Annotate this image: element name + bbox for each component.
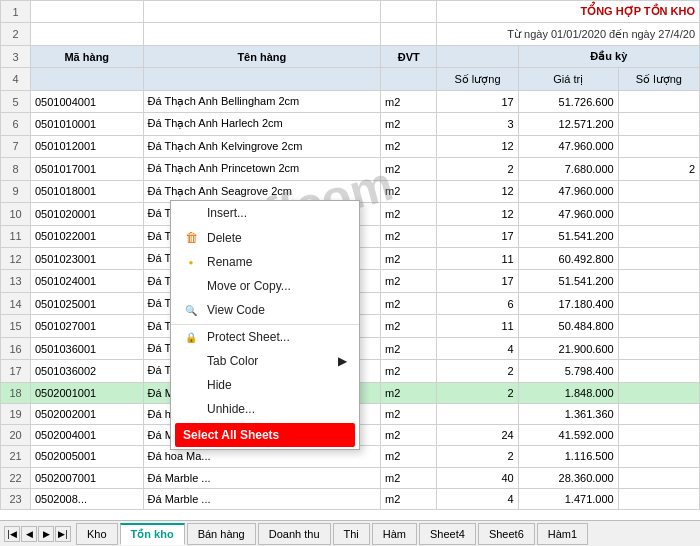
cell-e6: 12.571.200 (518, 113, 618, 135)
cell-e15: 50.484.800 (518, 315, 618, 337)
cell-d9: 12 (437, 180, 518, 202)
cell-d18: 2 (437, 382, 518, 403)
cell-c18: m2 (381, 382, 437, 403)
cell-c16: m2 (381, 337, 437, 359)
ctx-unhide-label: Unhide... (207, 402, 255, 416)
cell-f11 (618, 225, 699, 247)
sub-header-a (31, 68, 144, 90)
row-num-12: 12 (1, 247, 31, 269)
cell-a12: 0501023001 (31, 247, 144, 269)
tab-ban-hang[interactable]: Bán hàng (187, 523, 256, 545)
row-num-20: 20 (1, 425, 31, 446)
tab-ham1[interactable]: Hàm1 (537, 523, 588, 545)
sub-header-f: Số lượng (618, 68, 699, 90)
cell-c14: m2 (381, 292, 437, 314)
cell-e9: 47.960.000 (518, 180, 618, 202)
cell-f17 (618, 360, 699, 382)
row-num-16: 16 (1, 337, 31, 359)
sub-header-c (381, 68, 437, 90)
row-num-22: 22 (1, 467, 31, 488)
cell-a23: 0502008... (31, 488, 144, 509)
cell-e17: 5.798.400 (518, 360, 618, 382)
ctx-move-copy-label: Move or Copy... (207, 279, 291, 293)
ctx-insert[interactable]: Insert... (171, 201, 359, 225)
cell-f23 (618, 488, 699, 509)
cell-a22: 0502007001 (31, 467, 144, 488)
context-menu[interactable]: Insert... 🗑 Delete ● Rename Move or Copy… (170, 200, 360, 450)
tab-ton-kho[interactable]: Tồn kho (120, 523, 185, 545)
ctx-view-code-label: View Code (207, 303, 265, 317)
cell-c21: m2 (381, 446, 437, 467)
cell-a7: 0501012001 (31, 135, 144, 157)
row-num-1: 1 (1, 1, 31, 23)
tab-nav: |◀ ◀ ▶ ▶| (4, 526, 72, 542)
ctx-view-code[interactable]: 🔍 View Code (171, 298, 359, 322)
cell-f22 (618, 467, 699, 488)
cell-c9: m2 (381, 180, 437, 202)
cell-a16: 0501036001 (31, 337, 144, 359)
cell-e13: 51.541.200 (518, 270, 618, 292)
col-header-a: Mã hàng (31, 45, 144, 67)
ctx-protect-sheet[interactable]: 🔒 Protect Sheet... (171, 324, 359, 349)
cell-a14: 0501025001 (31, 292, 144, 314)
col-header-dk: Đầu kỳ (518, 45, 699, 67)
tab-sheet4[interactable]: Sheet4 (419, 523, 476, 545)
tab-kho[interactable]: Kho (76, 523, 118, 545)
cell-e19: 1.361.360 (518, 403, 618, 424)
ctx-hide-label: Hide (207, 378, 232, 392)
cell-a19: 0502002001 (31, 403, 144, 424)
ctx-tab-color-label: Tab Color (207, 354, 258, 368)
ctx-rename[interactable]: ● Rename (171, 250, 359, 274)
ctx-delete[interactable]: 🗑 Delete (171, 225, 359, 250)
tab-sheet6[interactable]: Sheet6 (478, 523, 535, 545)
cell-d19 (437, 403, 518, 424)
cell-f6 (618, 113, 699, 135)
tab-nav-prev[interactable]: ◀ (21, 526, 37, 542)
ctx-tab-color[interactable]: Tab Color ▶ (171, 349, 359, 373)
tab-bar: |◀ ◀ ▶ ▶| Kho Tồn kho Bán hàng Doanh thu… (0, 520, 700, 546)
cell-d15: 11 (437, 315, 518, 337)
tab-thi[interactable]: Thi (333, 523, 370, 545)
cell-c20: m2 (381, 425, 437, 446)
row-num-11: 11 (1, 225, 31, 247)
cell-d6: 3 (437, 113, 518, 135)
cell-c2 (381, 23, 437, 45)
tab-doanh-thu[interactable]: Doanh thu (258, 523, 331, 545)
sub-header-b (143, 68, 381, 90)
cell-f15 (618, 315, 699, 337)
row-num-14: 14 (1, 292, 31, 314)
ctx-move-copy[interactable]: Move or Copy... (171, 274, 359, 298)
row-num-23: 23 (1, 488, 31, 509)
ctx-select-all-sheets[interactable]: Select All Sheets (175, 423, 355, 447)
cell-b1 (143, 1, 381, 23)
cell-a2 (31, 23, 144, 45)
row-num-6: 6 (1, 113, 31, 135)
cell-e22: 28.360.000 (518, 467, 618, 488)
tab-nav-last[interactable]: ▶| (55, 526, 71, 542)
ctx-unhide[interactable]: Unhide... (171, 397, 359, 421)
tab-ham[interactable]: Hàm (372, 523, 417, 545)
cell-d17: 2 (437, 360, 518, 382)
cell-d22: 40 (437, 467, 518, 488)
cell-a13: 0501024001 (31, 270, 144, 292)
ctx-delete-label: Delete (207, 231, 242, 245)
cell-a11: 0501022001 (31, 225, 144, 247)
cell-d10: 12 (437, 203, 518, 225)
cell-f12 (618, 247, 699, 269)
cell-c22: m2 (381, 467, 437, 488)
cell-d7: 12 (437, 135, 518, 157)
cell-f20 (618, 425, 699, 446)
tab-nav-next[interactable]: ▶ (38, 526, 54, 542)
sub-header-d: Số lượng (437, 68, 518, 90)
cell-c17: m2 (381, 360, 437, 382)
tab-nav-first[interactable]: |◀ (4, 526, 20, 542)
cell-b22: Đá Marble ... (143, 467, 381, 488)
cell-e16: 21.900.600 (518, 337, 618, 359)
cell-f19 (618, 403, 699, 424)
cell-f21 (618, 446, 699, 467)
cell-c8: m2 (381, 158, 437, 180)
ctx-hide[interactable]: Hide (171, 373, 359, 397)
row-num-5: 5 (1, 90, 31, 112)
cell-c7: m2 (381, 135, 437, 157)
cell-d8: 2 (437, 158, 518, 180)
